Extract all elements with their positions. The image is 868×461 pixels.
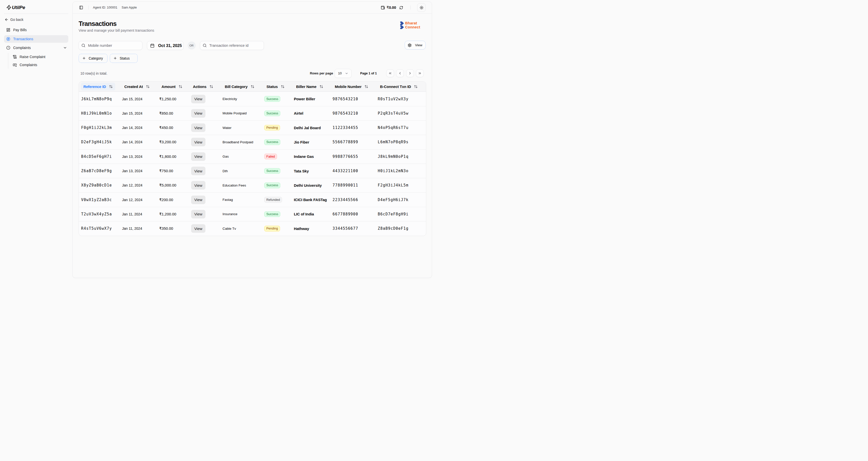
view-9[interactable]: View (191, 210, 206, 219)
sort-amount[interactable]: Amount (159, 83, 185, 90)
filter-status[interactable]: Status (110, 54, 138, 63)
first-page[interactable] (386, 69, 394, 77)
date-picker[interactable]: Oct 31, 2025 (147, 41, 184, 50)
view-1[interactable]: View (191, 95, 206, 103)
row-10: R4sT5uV6wX7yJan 11, 2024₹350.00ViewCable… (79, 222, 426, 231)
txn-ref-search[interactable]: Transaction reference id (200, 41, 264, 50)
mobile-search[interactable]: Mobile number (79, 41, 143, 50)
sidebar: UtilPe Go back Pay Bills Transactions Co… (0, 0, 72, 231)
transactions-table: Reference ID Created At Amount Actions B… (79, 81, 426, 231)
nav-pay-bills[interactable]: Pay Bills (4, 26, 68, 34)
view-3[interactable]: View (191, 123, 206, 132)
view-2[interactable]: View (191, 109, 206, 118)
view-10[interactable]: View (191, 224, 206, 231)
pagination (386, 69, 424, 77)
table-header: Reference ID Created At Amount Actions B… (79, 82, 426, 92)
row-1: J6kL7mN8oP9qJan 15, 2024₹1,250.00ViewEle… (79, 92, 426, 106)
row-8: V0wX1yZ2aB3cJan 12, 2024₹200.00ViewFasta… (79, 193, 426, 207)
bharat-connect-logo: BharatConnect (400, 21, 420, 29)
sort-bconnect[interactable]: B-Connect Txn ID (377, 83, 420, 90)
row-4: D2eF3gH4iJ5kJan 14, 2024₹3,200.00ViewBro… (79, 135, 426, 149)
view-settings[interactable]: View (405, 41, 426, 50)
toggle-sidebar[interactable] (79, 5, 83, 9)
sort-category[interactable]: Bill Category (222, 83, 257, 90)
sidebar-brand: UtilPe (0, 0, 72, 13)
rows-per-page[interactable]: 10 (335, 69, 352, 78)
nav-transactions[interactable]: Transactions (4, 35, 68, 43)
sort-mobile[interactable]: Mobile Number (332, 83, 371, 90)
filter-category[interactable]: Category (79, 54, 107, 63)
page-subtitle: View and manage your bill payment transa… (79, 28, 426, 33)
view-5[interactable]: View (191, 152, 206, 161)
row-2: H8iJ9kL0mN1oJan 15, 2024₹850.00ViewMobil… (79, 106, 426, 120)
nav-complaints-list[interactable]: Complaints (10, 61, 68, 68)
sidebar-menu: Pay Bills Transactions Complaints Raise … (0, 23, 72, 68)
agent-info: Agent ID: 100001Sam Apple (93, 6, 137, 9)
filter-buttons: Category Status (79, 54, 426, 63)
page-title: Transactions (79, 20, 426, 28)
row-7: X8yZ9aB0cD1eJan 12, 2024₹5,000.00ViewEdu… (79, 178, 426, 193)
refresh-balance[interactable] (399, 6, 403, 9)
view-8[interactable]: View (191, 196, 206, 204)
sort-created[interactable]: Created At (122, 83, 152, 90)
complaints-submenu: Raise Complaint Complaints (8, 53, 68, 68)
view-7[interactable]: View (191, 181, 206, 190)
view-6[interactable]: View (191, 167, 206, 175)
sort-status[interactable]: Status (264, 83, 287, 90)
sort-actions[interactable]: Actions (190, 83, 216, 90)
nav-complaints[interactable]: Complaints (4, 44, 68, 52)
prev-page[interactable] (396, 69, 404, 77)
last-page[interactable] (416, 69, 424, 77)
wallet-balance: ₹0.00 (381, 5, 403, 10)
sort-biller[interactable]: Biller Name (293, 83, 326, 90)
view-4[interactable]: View (191, 138, 206, 146)
row-6: Z6aB7cD8eF9gJan 13, 2024₹750.00ViewDthSu… (79, 164, 426, 178)
nav-raise-complaint[interactable]: Raise Complaint (10, 53, 68, 61)
card-header: Agent ID: 100001Sam Apple ₹0.00 (72, 2, 432, 13)
row-count: 10 row(s) in total. (79, 71, 107, 76)
table-controls: 10 row(s) in total. Rows per page 10 Pag… (79, 69, 426, 78)
row-9: T2uV3wX4yZ5aJan 11, 2024₹1,200.00ViewIns… (79, 207, 426, 221)
next-page[interactable] (406, 69, 414, 77)
sort-reference[interactable]: Reference ID (81, 83, 115, 90)
theme-toggle[interactable] (417, 3, 426, 12)
go-back[interactable]: Go back (0, 13, 72, 23)
search-filters: Mobile number Oct 31, 2025 OR Transactio… (79, 41, 426, 50)
row-5: B4cD5eF6gH7iJan 13, 2024₹1,800.00ViewGas… (79, 149, 426, 164)
content-card: Agent ID: 100001Sam Apple ₹0.00 Transact… (72, 1, 432, 231)
main-content: Transactions View and manage your bill p… (72, 13, 432, 231)
row-3: F0gH1iJ2kL3mJan 14, 2024₹450.00ViewWater… (79, 120, 426, 135)
